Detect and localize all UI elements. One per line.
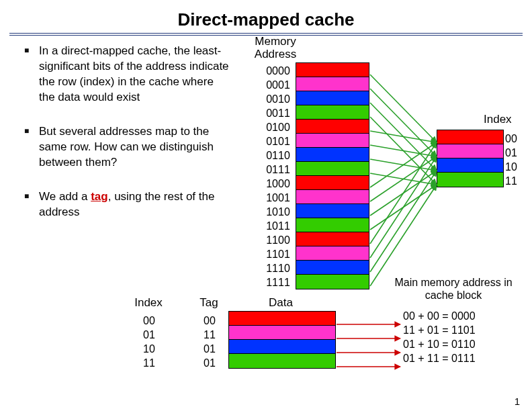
bullet-3-text-a: We add a <box>39 190 91 203</box>
mem-row <box>296 162 369 176</box>
mem-addr: 1100 <box>262 233 294 247</box>
cache-block <box>437 130 504 187</box>
mem-addr: 0111 <box>262 163 294 177</box>
bullet-1-text-a: In a direct-mapped cache, the <box>39 44 193 57</box>
mainmem-rows: 00 + 00 = 0000 11 + 01 = 1101 01 + 10 = … <box>403 309 476 365</box>
bottom-tag: 11 <box>195 328 224 342</box>
cache-idx: 00 <box>505 132 525 146</box>
mem-addr: 0010 <box>262 92 294 106</box>
mem-addr: 1001 <box>262 191 294 205</box>
bottom-tag: 00 <box>195 314 224 328</box>
mem-row <box>296 246 369 261</box>
mem-addr: 1010 <box>262 205 294 219</box>
mem-row <box>296 134 369 148</box>
bottom-idx: 00 <box>134 314 164 328</box>
cache-row <box>437 130 503 144</box>
mem-row <box>296 261 369 275</box>
mem-addr: 1110 <box>262 261 294 275</box>
bottom-data-row <box>229 312 335 326</box>
memory-block <box>296 62 369 289</box>
mem-row <box>296 120 369 134</box>
bottom-tag: 01 <box>195 356 224 370</box>
mem-row <box>296 176 369 190</box>
slide-body: In a direct-mapped cache, the least-sign… <box>0 36 532 398</box>
mem-row <box>296 148 369 162</box>
cache-row <box>437 173 503 187</box>
mem-row <box>296 77 369 91</box>
mem-addr: 0001 <box>262 78 294 92</box>
bottom-idx: 01 <box>134 328 164 342</box>
cache-row <box>437 144 503 158</box>
mem-row <box>296 91 369 105</box>
mem-addr: 0110 <box>262 148 294 163</box>
cache-idx: 01 <box>505 146 525 160</box>
mem-row <box>296 218 369 232</box>
bottom-tag-label: Tag <box>192 296 226 310</box>
mem-addr: 0100 <box>262 120 294 134</box>
memory-header: Memory Address <box>247 36 304 60</box>
bullet-3-tag: tag <box>91 190 108 203</box>
cache-index-label: Index <box>484 113 512 126</box>
bottom-data-row <box>229 340 335 354</box>
bottom-idx: 11 <box>134 356 164 370</box>
mainmem-row: 00 + 00 = 0000 <box>403 309 476 323</box>
mem-row <box>296 204 369 218</box>
bottom-tag: 01 <box>195 342 224 356</box>
bullet-1: In a direct-mapped cache, the least-sign… <box>24 44 232 105</box>
mem-addr: 1011 <box>262 219 294 233</box>
mem-row <box>296 190 369 204</box>
bottom-data-row <box>229 326 335 340</box>
mem-row <box>296 275 369 289</box>
mainmem-row: 01 + 11 = 0111 <box>403 351 476 365</box>
bottom-data-block <box>228 311 336 369</box>
memory-address-column: 0000 0001 0010 0011 0100 0101 0110 0111 … <box>262 64 294 289</box>
mainmem-row: 01 + 10 = 0110 <box>403 337 476 351</box>
cache-index-column: 00 01 10 11 <box>505 132 525 188</box>
page-title: Direct-mapped cache <box>0 0 532 33</box>
mem-addr: 1101 <box>262 247 294 261</box>
mem-addr: 1000 <box>262 177 294 191</box>
bullet-3: We add a tag, using the rest of the addr… <box>24 189 232 220</box>
mem-row <box>296 105 369 120</box>
mem-addr: 0000 <box>262 64 294 78</box>
mainmem-caption: Main memory address in cache block <box>383 276 524 302</box>
cache-row <box>437 158 503 173</box>
bullet-2: But several addresses map to the same ro… <box>24 124 232 171</box>
mainmem-row: 11 + 01 = 1101 <box>403 323 476 337</box>
page-number: 1 <box>515 396 520 407</box>
mem-addr: 0011 <box>262 106 294 120</box>
mem-addr: 0101 <box>262 134 294 148</box>
bottom-tag-column: 00 11 01 01 <box>195 314 224 370</box>
bottom-index-column: 00 01 10 11 <box>134 314 164 370</box>
bottom-data-row <box>229 354 335 368</box>
bottom-data-label: Data <box>269 296 293 310</box>
mem-row <box>296 63 369 77</box>
bullet-list: In a direct-mapped cache, the least-sign… <box>24 44 232 238</box>
mem-row <box>296 232 369 246</box>
mem-addr: 1111 <box>262 275 294 289</box>
bottom-idx: 10 <box>134 342 164 356</box>
cache-idx: 11 <box>505 174 525 188</box>
cache-idx: 10 <box>505 160 525 174</box>
bottom-index-label: Index <box>132 296 165 310</box>
